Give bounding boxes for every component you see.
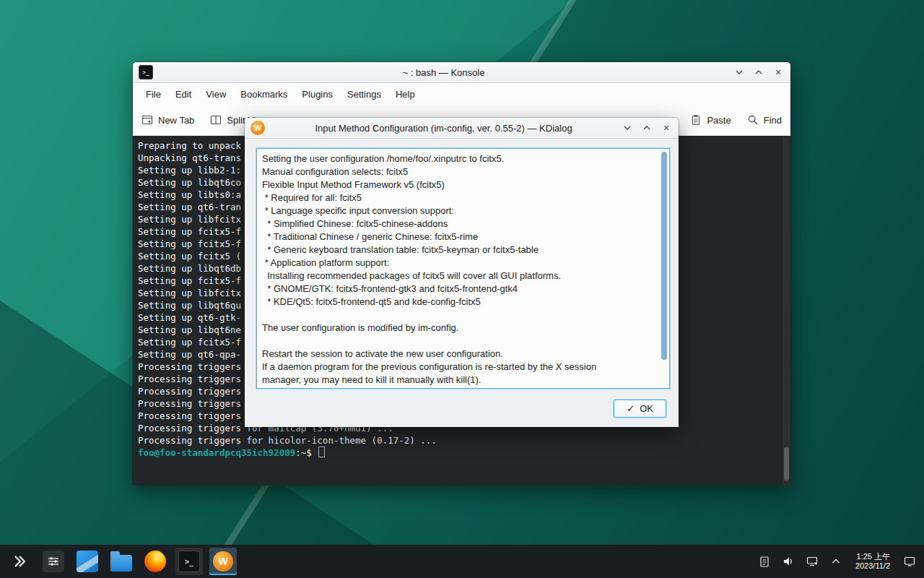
chevron-down-icon	[623, 124, 632, 132]
dialog-text-line: * GNOME/GTK: fcitx5-frontend-gtk3 and fc…	[262, 282, 653, 296]
dialog-text-line: The user configuration is modified by im…	[262, 322, 653, 335]
dialog-text-line: Flexible Input Method Framework v5 (fcit…	[262, 178, 653, 191]
close-icon: ×	[775, 67, 781, 77]
expand-tray-button[interactable]	[827, 553, 845, 570]
paste-button[interactable]: Paste	[690, 114, 731, 126]
volume-icon	[782, 555, 795, 568]
konsole-app-icon: >_	[139, 65, 153, 79]
discover-button[interactable]	[74, 548, 101, 575]
find-label: Find	[764, 115, 782, 126]
dialog-text-lines: Setting the user configuration /home/foo…	[262, 152, 653, 389]
file-manager-button[interactable]	[108, 548, 135, 575]
minimize-button[interactable]	[733, 66, 746, 79]
find-button[interactable]: Find	[747, 114, 782, 126]
menu-item[interactable]: Bookmarks	[233, 86, 295, 103]
dialog-text-line: * Simplified Chinese: fcitx5-chinese-add…	[262, 217, 653, 230]
paste-label: Paste	[707, 115, 731, 126]
prompt-user-host: foo@foo-standardpcq35ich92009	[138, 447, 295, 458]
dialog-text-line: * Generic keyboard translation table: fc…	[262, 243, 653, 256]
kdialog-task-button[interactable]: W	[209, 548, 237, 575]
firefox-button[interactable]	[141, 548, 169, 575]
chevron-down-icon	[735, 68, 744, 77]
konsole-titlebar[interactable]: >_ ~ : bash — Konsole ×	[133, 62, 790, 83]
dialog-text-line: * Traditional Chinese / generic Chinese:…	[262, 230, 653, 243]
clipboard-tray-button[interactable]	[756, 553, 773, 570]
konsole-window-title: ~ : bash — Konsole	[162, 67, 725, 78]
new-tab-label: New Tab	[158, 115, 194, 126]
konsole-icon: >_	[178, 551, 200, 572]
close-button[interactable]: ×	[772, 66, 785, 79]
menu-item[interactable]: Help	[388, 86, 422, 103]
firefox-icon	[144, 551, 166, 572]
show-desktop-icon	[903, 555, 916, 568]
dialog-text-area[interactable]: Setting the user configuration /home/foo…	[256, 148, 670, 389]
ok-button[interactable]: ✓ OK	[614, 400, 666, 418]
new-tab-icon	[141, 114, 153, 126]
terminal-prompt: foo@foo-standardpcq35ich92009:~$	[138, 447, 780, 459]
clock-date: 2023/11/2	[855, 561, 890, 571]
search-icon	[747, 114, 759, 126]
dialog-text-line: Setting the user configuration /home/foo…	[262, 152, 653, 165]
clock-time: 1:25 上午	[855, 552, 890, 562]
input-method-icon	[806, 555, 819, 568]
clock-widget[interactable]: 1:25 上午 2023/11/2	[851, 552, 894, 571]
maximize-button[interactable]	[752, 66, 765, 79]
dialog-scrollbar[interactable]	[661, 150, 668, 387]
prompt-suffix: :~$	[295, 447, 317, 458]
kdialog-body: Setting the user configuration /home/foo…	[245, 139, 679, 392]
kdialog-titlebar[interactable]: W Input Method Configuration (im-config,…	[245, 118, 679, 139]
kdialog-window-title: Input Method Configuration (im-config, v…	[274, 123, 614, 134]
im-config-app-icon: W	[250, 121, 265, 135]
dialog-text-line: See im-config(8) and /usr/share/doc/im-c…	[262, 387, 653, 389]
menu-item[interactable]: View	[199, 86, 233, 103]
konsole-task-button[interactable]: >_	[175, 548, 203, 575]
system-settings-icon	[43, 551, 64, 572]
check-icon: ✓	[627, 403, 635, 414]
dialog-text-line: * Required for all: fcitx5	[262, 191, 653, 204]
clipboard-icon	[758, 555, 771, 568]
im-config-icon: W	[213, 551, 233, 571]
taskbar-panel: >_ W 1:25 上午 2023/11/2	[0, 545, 924, 578]
dialog-text-line	[262, 335, 653, 348]
dialog-scrollbar-thumb[interactable]	[661, 152, 667, 360]
terminal-line: Processing triggers for hicolor-icon-the…	[138, 434, 780, 447]
terminal-scrollbar[interactable]	[783, 136, 790, 486]
dialog-text-line: Manual configuration selects: fcitx5	[262, 165, 653, 178]
kdialog-footer: ✓ OK	[245, 392, 679, 427]
close-icon: ×	[663, 123, 669, 133]
terminal-cursor	[318, 447, 325, 457]
show-desktop-button[interactable]	[901, 553, 918, 570]
paste-icon	[690, 114, 702, 126]
close-button[interactable]: ×	[660, 121, 673, 134]
dialog-text-line	[262, 309, 653, 322]
new-tab-button[interactable]: New Tab	[141, 114, 194, 126]
application-launcher-button[interactable]	[6, 548, 33, 575]
dialog-text-line: * KDE/Qt5: fcitx5-frontend-qt5 and kde-c…	[262, 296, 653, 309]
volume-tray-button[interactable]	[780, 553, 797, 570]
ok-button-label: OK	[640, 403, 653, 414]
menu-item[interactable]: Edit	[168, 86, 199, 103]
caret-up-icon	[830, 556, 842, 567]
chevron-up-icon	[642, 124, 651, 132]
application-launcher-icon	[12, 553, 27, 569]
dialog-text-line: manager, you may need to kill it manuall…	[262, 374, 653, 387]
folder-icon	[110, 555, 132, 571]
minimize-button[interactable]	[621, 121, 634, 134]
split-view-icon	[210, 114, 222, 126]
input-method-tray-button[interactable]	[803, 553, 821, 570]
kdialog-window: W Input Method Configuration (im-config,…	[245, 118, 679, 427]
chevron-up-icon	[754, 68, 763, 77]
discover-icon	[77, 551, 98, 572]
menu-item[interactable]: File	[139, 86, 168, 103]
dialog-text-line: Restart the session to activate the new …	[262, 348, 653, 361]
dialog-text-line: If a daemon program for the previous con…	[262, 361, 653, 374]
maximize-button[interactable]	[640, 121, 653, 134]
dialog-text-line: * Application platform support:	[262, 256, 653, 269]
dialog-text-line: Installing recommended packages of fcitx…	[262, 269, 653, 282]
konsole-menubar: FileEditViewBookmarksPluginsSettingsHelp	[133, 83, 790, 105]
menu-item[interactable]: Plugins	[295, 86, 340, 103]
system-settings-button[interactable]	[40, 548, 67, 575]
menu-item[interactable]: Settings	[340, 86, 388, 103]
terminal-scrollbar-thumb[interactable]	[784, 447, 789, 480]
dialog-text-line: * Language specific input conversion sup…	[262, 204, 653, 217]
